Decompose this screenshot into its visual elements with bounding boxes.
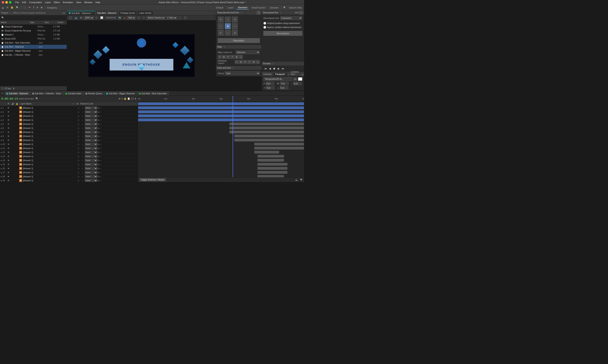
anim-icon-11[interactable]: ✓ <box>100 151 102 154</box>
parent-select-13[interactable]: None <box>85 159 97 162</box>
tool-zoom[interactable]: 🔍 <box>15 6 20 9</box>
layer-row[interactable]: ▶ 11 👁 🖼 [Artwork 1] ⊙ ✓ None ⊕ ✓ <box>0 146 138 150</box>
dist-right[interactable]: ⊢ <box>243 60 247 64</box>
preview-stop[interactable]: ⏹ <box>272 67 276 70</box>
viewer-snap-btn[interactable]: ⬛ <box>68 16 73 20</box>
anim-icon-14[interactable]: ✓ <box>100 163 102 166</box>
expand-icon-8[interactable]: ▶ <box>1 139 2 141</box>
layer-effects-10[interactable]: ✓ <box>80 147 85 150</box>
layer-expand-18[interactable]: ▶ 19 <box>0 180 6 182</box>
minimize-button[interactable] <box>5 1 8 4</box>
parent-icon-10[interactable]: ⊕ <box>98 147 100 150</box>
reposition-nw[interactable]: ↖ <box>218 17 224 23</box>
tab-composition[interactable]: Sub Alert - Diamond ✕ <box>67 11 95 15</box>
reposition-center[interactable]: ■ <box>225 23 231 29</box>
viewer-snap3-btn[interactable]: ⬛ <box>183 16 188 20</box>
menu-window[interactable]: Window <box>83 1 94 4</box>
layer-expand-16[interactable]: ▶ 17 <box>0 171 6 174</box>
layer-row[interactable]: ▶ 1 👁 🖼 [Artwork 1] ⊙ ✓ None ⊕ ✓ <box>0 106 138 110</box>
expand-icon-0[interactable]: ▶ <box>1 107 2 109</box>
viewer-screen-btn[interactable]: 📺 <box>74 16 78 20</box>
reposition-s[interactable]: ↓ <box>225 30 231 36</box>
font-size-input[interactable] <box>266 82 274 85</box>
layer-row[interactable]: ▶ 7 👁 🖼 [Artwork 1] ⊙ ✓ None ⊕ ✓ <box>0 130 138 134</box>
layer-switch-4[interactable]: ⊙ <box>76 123 80 125</box>
info-tab[interactable]: Info <box>295 12 298 14</box>
anim-icon-10[interactable]: ✓ <box>100 147 102 150</box>
layer-effects-15[interactable]: ✓ <box>80 167 85 170</box>
parent-icon-15[interactable]: ⊕ <box>98 167 100 170</box>
parent-select-9[interactable]: None <box>85 143 97 146</box>
menu-file[interactable]: File <box>14 1 20 4</box>
expand-icon-1[interactable]: ▶ <box>1 111 2 113</box>
layer-eye-13[interactable]: 👁 <box>6 159 11 162</box>
menu-animation[interactable]: Animation <box>61 1 74 4</box>
file-item-sub-silver[interactable]: 📋 Sub Ale... 3 Months - Silver ...tion <box>0 53 67 57</box>
ease-menu-icon[interactable]: ☰ <box>233 67 234 69</box>
timeline-bar-row-17[interactable] <box>138 170 304 174</box>
search-help-button[interactable]: Search Help <box>288 6 303 9</box>
anim-icon-16[interactable]: ✓ <box>100 171 102 174</box>
timeline-tab-new-sub[interactable]: Sub Alert - New Subscriber <box>137 91 169 96</box>
file-item-artwork[interactable]: 📄 Artwork 1 Vector ... 1.6 MB <box>0 33 67 37</box>
preview-menu-icon[interactable]: ☰ <box>272 63 274 65</box>
viewer-fullscreen-btn[interactable]: ⛶ <box>178 16 182 20</box>
layer-row[interactable]: ▶ 9 👁 🖼 [Artwork 1] ⊙ ✓ None ⊕ ✓ <box>0 138 138 142</box>
layer-effects-8[interactable]: ✓ <box>80 139 85 142</box>
layer-switch-17[interactable]: ⊙ <box>76 175 80 178</box>
viewer-screen2-btn[interactable]: ⬛ <box>136 16 141 20</box>
parent-icon-16[interactable]: ⊕ <box>98 171 100 174</box>
layer-switch-7[interactable]: ⊙ <box>76 135 80 137</box>
dist-vcenter[interactable]: ⊗ <box>252 60 256 64</box>
parent-select-5[interactable]: None <box>85 127 97 130</box>
layer-lock-icon[interactable]: 🔒 <box>124 97 127 100</box>
dist-top[interactable]: ⊤ <box>248 60 251 64</box>
layer-row[interactable]: ▶ 16 👁 🖼 [Artwork 1] ⊙ ✓ None ⊕ ✓ <box>0 167 138 170</box>
timeline-bar-row-15[interactable] <box>138 162 304 166</box>
expand-icon-7[interactable]: ▶ <box>1 135 2 137</box>
parent-select-8[interactable]: None <box>85 139 97 142</box>
expand-icon-12[interactable]: ▶ <box>1 156 2 157</box>
indent-input[interactable] <box>266 86 275 90</box>
parent-icon-13[interactable]: ⊕ <box>98 159 100 162</box>
decompose-menu-icon[interactable]: ☰ <box>280 12 282 14</box>
tool-rotate[interactable]: ↺ <box>6 6 9 9</box>
decompose-help-icon[interactable]: ? <box>299 11 303 14</box>
workspace-default[interactable]: Default <box>214 6 225 9</box>
expand-icon-14[interactable]: ▶ <box>1 164 2 165</box>
parent-icon-11[interactable]: ⊕ <box>98 151 100 154</box>
layer-row[interactable]: ▶ 5 👁 🖼 [Artwork 1] ⊙ ✓ None ⊕ ✓ <box>0 122 138 126</box>
project-menu-icon[interactable]: ☰ <box>9 12 10 14</box>
layer-effects-13[interactable]: ✓ <box>80 159 85 162</box>
layer-switch-15[interactable]: ⊙ <box>76 167 80 170</box>
tool-select[interactable]: ▲ <box>1 6 5 9</box>
layer-eye-14[interactable]: 👁 <box>6 163 11 166</box>
font-style-edit[interactable]: ✏ <box>293 78 297 81</box>
expand-icon-4[interactable]: ▶ <box>1 123 2 125</box>
parent-select-4[interactable]: None <box>85 123 97 126</box>
parent-icon-6[interactable]: ⊕ <box>98 131 100 133</box>
preview-first-frame[interactable]: ⏮ <box>264 67 268 70</box>
layer-eye-7[interactable]: 👁 <box>6 135 11 137</box>
layer-switch-5[interactable]: ⊙ <box>76 127 80 129</box>
timeline-bar-row-12[interactable] <box>138 150 304 154</box>
layer-row[interactable]: ▶ 12 👁 🖼 [Artwork 1] ⊙ ✓ None ⊕ ✓ <box>0 150 138 154</box>
expand-icon-17[interactable]: ▶ <box>1 176 2 178</box>
anim-icon-4[interactable]: ✓ <box>100 123 102 125</box>
parent-icon-14[interactable]: ⊕ <box>98 163 100 166</box>
layer-effects-14[interactable]: ✓ <box>80 163 85 166</box>
help-btn[interactable]: ? <box>257 11 260 14</box>
parent-icon-18[interactable]: ⊕ <box>98 180 100 182</box>
expand-icon-9[interactable]: ▶ <box>1 143 2 145</box>
timeline-bar-row-4[interactable] <box>138 118 304 122</box>
workspace-small-screen[interactable]: Small Screen <box>250 6 267 9</box>
menu-layer[interactable]: Layer <box>44 1 52 4</box>
layer-row[interactable]: ▶ 15 👁 🖼 [Artwork 1] ⊙ ✓ None ⊕ ✓ <box>0 162 138 167</box>
viewer-grid-btn[interactable]: ⊞ <box>79 16 83 20</box>
anim-icon-2[interactable]: ✓ <box>100 115 102 117</box>
align-bottom[interactable]: ⊥ <box>239 55 243 59</box>
layer-eye-15[interactable]: 👁 <box>6 167 11 170</box>
tab-footage[interactable]: Footage (none) <box>119 11 137 15</box>
expand-icon-5[interactable]: ▶ <box>1 127 2 129</box>
parent-select-1[interactable]: None <box>85 110 97 114</box>
